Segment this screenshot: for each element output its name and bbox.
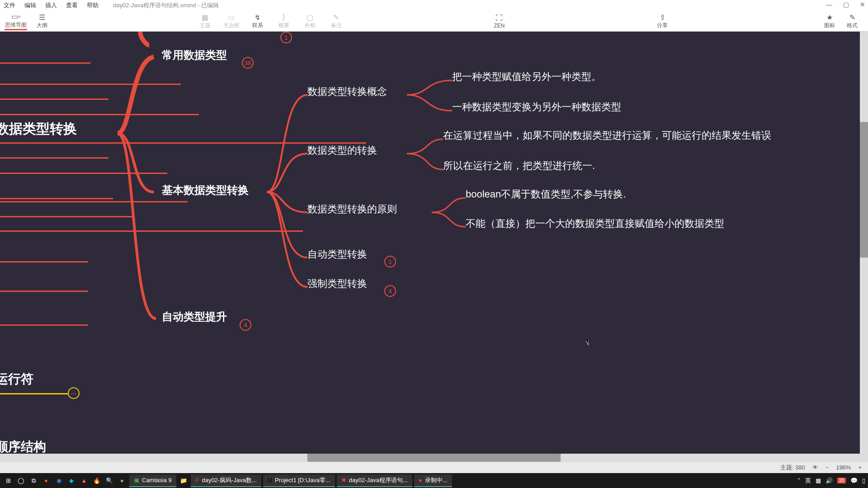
search-icon[interactable]: 🔍 [104,475,115,486]
node-rule2[interactable]: 不能（直接）把一个大的数据类型直接赋值给小的数据类型 [466,217,724,230]
node-root-datatype[interactable]: 数据类型转换 [0,120,77,138]
toolbar: ▭▫ 思维导图 ☰ 大纲 ▦主题 ▭无边框 ↯联系 }概要 ▢外框 ✎备注 ⛶Z… [0,11,868,32]
node-force[interactable]: 强制类型转换 [307,277,367,291]
underline [0,324,88,326]
badge-common[interactable]: 38 [242,57,254,69]
underline [0,142,366,144]
node-root-operator[interactable]: 运行符 [0,371,33,388]
chrome-icon[interactable]: ◉ [53,475,64,486]
app-icon[interactable]: ◆ [66,475,77,486]
note-button[interactable]: ✎备注 [325,13,348,29]
window-title: day02-Java程序语句结构.xmind - 已编辑 [113,1,219,9]
taskview-icon[interactable]: ⧉ [28,475,39,486]
mindmap-canvas[interactable]: 数据类型转换 运行符 ··· 顺序结构 1 常用数据类型 38 基本数据类型转换… [0,32,868,468]
node-concept[interactable]: 数据类型转换概念 [307,85,387,99]
horizontal-scrollbar[interactable] [0,454,860,462]
taskbar-rec[interactable]: ●录制中... [414,474,452,487]
node-common[interactable]: 常用数据类型 [162,48,227,62]
underline [0,201,188,202]
underline [0,230,303,232]
noborder-label: 无边框 [223,22,240,29]
summary-icon: } [283,13,285,22]
underline [0,114,199,115]
cortana-icon[interactable]: ◯ [15,475,26,486]
app-icon[interactable]: ● [117,475,127,486]
start-button[interactable]: ⊞ [3,475,14,486]
scrollbar-thumb[interactable] [860,122,868,258]
node-conv[interactable]: 数据类型的转换 [307,144,377,157]
tray-badge[interactable]: 20 [837,478,846,483]
underline [0,84,181,85]
menu-insert[interactable]: 插入 [45,1,57,9]
taskbar-idea[interactable]: IJProject1 [D:\Java零... [263,474,335,487]
window-controls: — ▢ ✕ [826,1,865,8]
minimize-button[interactable]: — [826,1,832,8]
app-label: 录制中... [425,476,448,484]
noborder-button[interactable]: ▭无边框 [220,13,243,29]
badge-top[interactable]: 1 [280,32,292,43]
underline [0,216,133,217]
connector-lines [0,32,868,468]
zoom-out-button[interactable]: − [826,464,829,471]
tray-icon[interactable]: ▦ [816,477,821,484]
visibility-icon[interactable]: 👁 [812,464,818,471]
node-conv1[interactable]: 在运算过程当中，如果不同的数据类型进行运算，可能运行的结果发生错误 [443,129,771,142]
icon-button[interactable]: ★图标 [818,13,841,29]
share-label: 分享 [657,22,668,29]
firefox-icon[interactable]: 🔥 [91,475,102,486]
style-button[interactable]: ✎格式 [841,13,863,29]
underline [0,157,108,159]
underline [0,173,167,174]
summary-button[interactable]: }概要 [273,13,295,29]
close-button[interactable]: ✕ [860,1,865,8]
mindmap-view-button[interactable]: ▭▫ 思维导图 [5,12,27,30]
underline [0,291,88,292]
tray-chevron-icon[interactable]: ˄ [797,477,801,484]
outline-view-button[interactable]: ☰ 大纲 [31,12,53,30]
node-concept1[interactable]: 把一种类型赋值给另外一种类型。 [452,70,601,84]
show-desktop[interactable]: ▯ [862,477,865,484]
node-conv2[interactable]: 所以在运行之前，把类型进行统一. [443,159,595,173]
underline [0,198,113,199]
theme-icon: ▦ [202,13,208,22]
badge-operator[interactable]: ··· [68,387,80,399]
vertical-scrollbar[interactable] [860,32,868,465]
share-button[interactable]: ⇪分享 [651,13,674,29]
theme-button[interactable]: ▦主题 [194,13,217,29]
underline [0,261,88,263]
boundary-icon: ▢ [307,13,313,22]
menu-file[interactable]: 文件 [4,1,15,9]
taskbar-xmind[interactable]: ✖day02-Java程序语句... [337,474,412,487]
menu-view[interactable]: 查看 [66,1,78,9]
node-basic[interactable]: 基本数据类型转换 [162,183,249,197]
node-autoup[interactable]: 自动类型提升 [162,310,227,324]
style-label: 格式 [847,22,858,29]
maximize-button[interactable]: ▢ [843,1,849,8]
statusbar: 主题: 380 👁 − 196% + [0,462,868,473]
relation-button[interactable]: ↯联系 [246,13,269,29]
ime-indicator[interactable]: 英 [805,477,811,485]
notifications-icon[interactable]: 💬 [850,477,858,484]
app-icon[interactable]: ▲ [79,475,90,486]
badge-auto[interactable]: 1 [384,256,396,267]
scrollbar-thumb[interactable] [307,454,561,462]
explorer-icon[interactable]: 📁 [178,475,189,486]
node-concept2[interactable]: 一种数据类型变换为另外一种数据类型 [452,100,621,114]
underline [0,62,90,64]
menu-help[interactable]: 帮助 [87,1,99,9]
node-auto[interactable]: 自动类型转换 [307,248,367,261]
badge-force[interactable]: 4 [384,285,396,297]
taskbar-ppt[interactable]: Pday02-疯码-Java数... [191,474,261,487]
badge-autoup[interactable]: 4 [240,319,251,331]
app-icon[interactable]: ● [41,475,52,486]
node-rule1[interactable]: boolean不属于数值类型,不参与转换. [466,188,626,201]
taskbar-camtasia[interactable]: ▣Camtasia 9 [129,474,176,487]
boundary-button[interactable]: ▢外框 [299,13,321,29]
zen-button[interactable]: ⛶ZEN [488,14,510,29]
node-rule[interactable]: 数据类型转换的原则 [307,202,397,216]
menu-edit[interactable]: 编辑 [24,1,36,9]
tray-icon[interactable]: 🔊 [826,477,833,484]
node-root-sequence[interactable]: 顺序结构 [0,438,46,455]
summary-label: 概要 [278,22,289,29]
zoom-in-button[interactable]: + [858,464,862,471]
